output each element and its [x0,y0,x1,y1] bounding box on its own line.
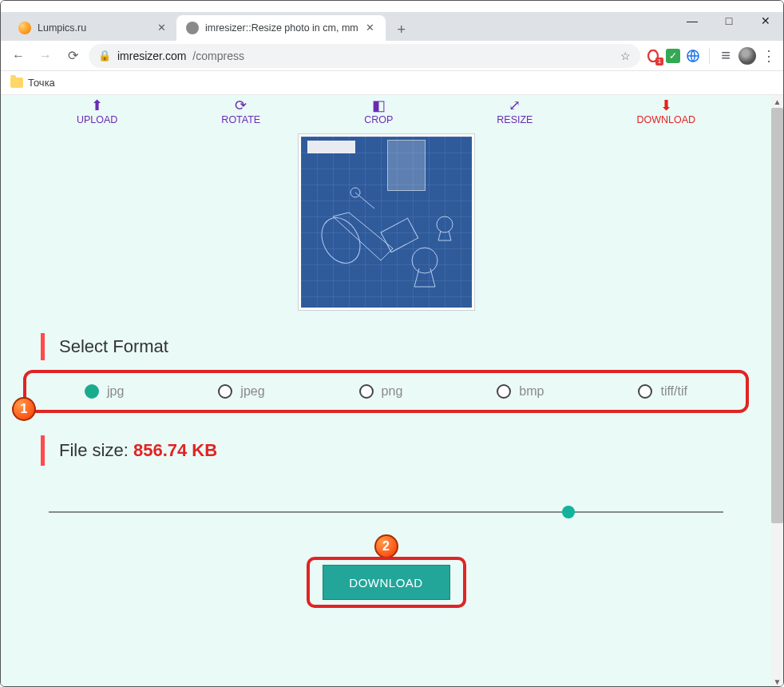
select-format-heading: Select Format [41,333,731,360]
file-size-label: File size: [59,440,133,460]
format-png-radio[interactable]: png [359,384,403,399]
browser-tabstrip: Lumpics.ru ✕ imresizer::Resize photo in … [1,12,783,41]
bookmark-star-icon[interactable]: ☆ [620,50,631,62]
format-jpeg-radio[interactable]: jpeg [218,384,264,399]
url-path: /compress [192,50,244,62]
step-nav: ⬆ UPLOAD ⟳ ROTATE ◧ CROP ⤢ RESIZE ⬇ DOWN… [1,95,771,133]
bookmark-item[interactable]: Точка [28,77,55,89]
annotation-callout-1: 1 [12,397,36,421]
extension-globe-icon[interactable] [685,48,701,64]
browser-toolbar: ← → ⟳ 🔒 imresizer.com/compress ☆ 1 ✓ ≡ ⋮ [1,41,783,71]
address-bar[interactable]: 🔒 imresizer.com/compress ☆ [89,44,640,68]
format-radio-group: jpg jpeg png bmp tiff/tif [30,379,742,403]
step-label: CROP [364,114,393,125]
step-label: DOWNLOAD [636,114,695,125]
radio-icon [497,384,511,399]
radio-label: png [382,384,403,399]
annotation-callout-2: 2 [374,534,398,558]
upload-icon: ⬆ [91,98,103,113]
radio-label: jpg [107,384,124,399]
forward-button[interactable]: → [34,45,57,67]
format-bmp-radio[interactable]: bmp [497,384,544,399]
tab-title: Lumpics.ru [38,22,149,34]
step-resize[interactable]: ⤢ RESIZE [497,98,533,125]
radio-icon [359,384,374,399]
step-label: UPLOAD [77,114,117,125]
radio-label: jpeg [240,384,264,399]
slider-thumb[interactable] [562,506,575,518]
rotate-icon: ⟳ [235,98,247,113]
bookmarks-bar: Точка [1,71,783,95]
extension-opera-icon[interactable]: 1 [645,48,661,64]
scrollbar-thumb[interactable] [771,108,783,523]
step-download[interactable]: ⬇ DOWNLOAD [636,98,695,125]
format-tiff-radio[interactable]: tiff/tif [638,384,687,399]
download-icon: ⬇ [660,98,672,113]
favicon-icon [18,22,31,34]
reader-mode-icon[interactable]: ≡ [718,48,734,64]
browser-menu-button[interactable]: ⋮ [761,48,777,64]
extension-check-icon[interactable]: ✓ [666,49,680,63]
slider-track [49,511,723,513]
extension-badge: 1 [655,58,663,66]
scroll-up-arrow[interactable]: ▲ [771,95,783,108]
browser-tab-imresizer[interactable]: imresizer::Resize photo in cm, mm ✕ [176,15,386,41]
favicon-icon [186,22,199,34]
tab-title: imresizer::Resize photo in cm, mm [205,22,358,34]
close-tab-icon[interactable]: ✕ [156,22,167,34]
download-button[interactable]: DOWNLOAD [323,565,450,600]
lock-icon: 🔒 [98,50,111,62]
file-size-value: 856.74 KB [133,440,217,460]
svg-point-6 [350,188,360,197]
radio-label: bmp [519,384,544,399]
resize-icon: ⤢ [509,98,521,113]
crop-icon: ◧ [372,98,386,113]
step-upload[interactable]: ⬆ UPLOAD [77,98,117,125]
step-crop[interactable]: ◧ CROP [364,98,393,125]
url-host: imresizer.com [117,50,186,62]
quality-slider[interactable] [49,504,723,520]
step-rotate[interactable]: ⟳ ROTATE [221,98,260,125]
profile-avatar[interactable] [738,47,756,65]
radio-label: tiff/tif [660,384,687,399]
format-jpg-radio[interactable]: jpg [85,384,124,399]
preview-thumbnail [301,137,472,308]
radio-icon [638,384,652,399]
window-controls: — □ ✕ [674,8,784,34]
step-label: ROTATE [221,114,260,125]
svg-point-2 [314,211,367,270]
close-tab-icon[interactable]: ✕ [365,22,376,34]
svg-rect-3 [381,218,418,252]
back-button[interactable]: ← [7,45,30,67]
file-size-display: File size: 856.74 KB [41,435,731,466]
svg-point-4 [412,248,438,273]
image-preview [298,133,475,311]
radio-icon [218,384,232,399]
step-label: RESIZE [497,114,533,125]
reload-button[interactable]: ⟳ [61,45,84,67]
new-tab-button[interactable]: + [390,18,413,41]
radio-icon [85,384,99,399]
close-window-button[interactable]: ✕ [747,8,784,34]
vertical-scrollbar[interactable]: ▲ ▼ [771,95,783,687]
svg-point-5 [437,216,453,232]
maximize-button[interactable]: □ [711,8,747,34]
window-titlebar [1,1,783,12]
minimize-button[interactable]: — [674,8,711,34]
page-viewport: ⬆ UPLOAD ⟳ ROTATE ◧ CROP ⤢ RESIZE ⬇ DOWN… [1,95,783,687]
scroll-down-arrow[interactable]: ▼ [771,675,783,687]
browser-tab-lumpics[interactable]: Lumpics.ru ✕ [9,15,176,41]
folder-icon [10,77,23,88]
download-zone: 2 DOWNLOAD [315,565,458,600]
